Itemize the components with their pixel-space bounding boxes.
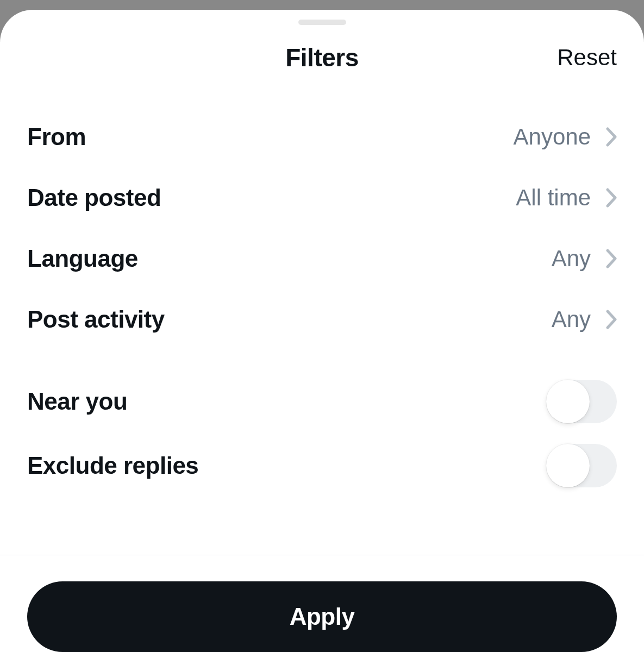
chevron-right-icon	[606, 310, 617, 329]
filter-right-post-activity: Any	[552, 306, 617, 333]
toggle-near-you[interactable]	[546, 380, 617, 423]
toggle-knob	[546, 444, 590, 487]
filters-sheet: Filters Reset From Anyone Date posted Al…	[0, 10, 644, 652]
filter-row-date-posted[interactable]: Date posted All time	[27, 167, 617, 228]
filter-value-from: Anyone	[514, 124, 591, 150]
filter-right-date-posted: All time	[516, 185, 617, 211]
toggle-label-near-you: Near you	[27, 388, 127, 415]
sheet-grabber[interactable]	[298, 20, 346, 25]
filter-row-language[interactable]: Language Any	[27, 228, 617, 289]
chevron-right-icon	[606, 188, 617, 208]
filter-label-post-activity: Post activity	[27, 306, 165, 333]
toggle-row-near-you: Near you	[27, 369, 617, 434]
chevron-right-icon	[606, 249, 617, 268]
toggle-exclude-replies[interactable]	[546, 444, 617, 487]
filter-right-language: Any	[552, 246, 617, 272]
filter-label-date-posted: Date posted	[27, 184, 161, 211]
filter-value-date-posted: All time	[516, 185, 591, 211]
section-gap	[27, 350, 617, 369]
sheet-header: Filters Reset	[0, 25, 644, 90]
apply-button[interactable]: Apply	[27, 581, 617, 652]
toggle-row-exclude-replies: Exclude replies	[27, 434, 617, 498]
toggle-label-exclude-replies: Exclude replies	[27, 452, 198, 479]
filter-value-post-activity: Any	[552, 306, 591, 333]
reset-button[interactable]: Reset	[557, 45, 617, 71]
filter-label-language: Language	[27, 245, 138, 272]
chevron-right-icon	[606, 127, 617, 147]
filters-content: From Anyone Date posted All time Languag…	[0, 90, 644, 555]
toggle-knob	[546, 380, 590, 423]
filter-right-from: Anyone	[514, 124, 617, 150]
filter-label-from: From	[27, 123, 86, 151]
filter-value-language: Any	[552, 246, 591, 272]
sheet-footer: Apply	[0, 555, 644, 652]
sheet-title: Filters	[285, 43, 359, 72]
filter-row-from[interactable]: From Anyone	[27, 106, 617, 167]
filter-row-post-activity[interactable]: Post activity Any	[27, 289, 617, 350]
